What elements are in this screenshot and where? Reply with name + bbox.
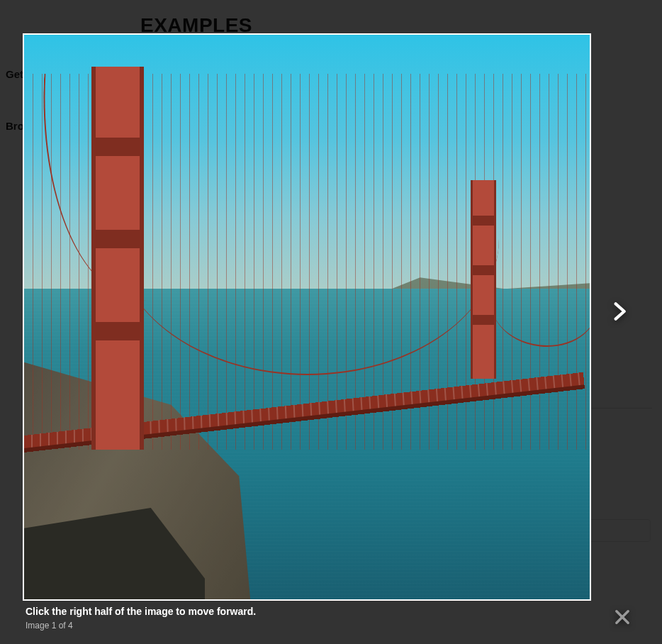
close-icon — [612, 617, 632, 629]
lightbox-hint: Click the right half of the image to mov… — [26, 605, 256, 618]
close-button[interactable] — [612, 607, 632, 627]
next-button[interactable] — [608, 300, 631, 323]
lightbox-prev-zone[interactable] — [23, 33, 307, 601]
chevron-right-icon — [608, 313, 631, 325]
lightbox-counter: Image 1 of 4 — [26, 620, 256, 631]
lightbox-next-zone[interactable] — [307, 33, 591, 601]
lightbox-caption: Click the right half of the image to mov… — [26, 605, 256, 631]
lightbox-overlay[interactable]: Click the right half of the image to mov… — [0, 0, 662, 644]
